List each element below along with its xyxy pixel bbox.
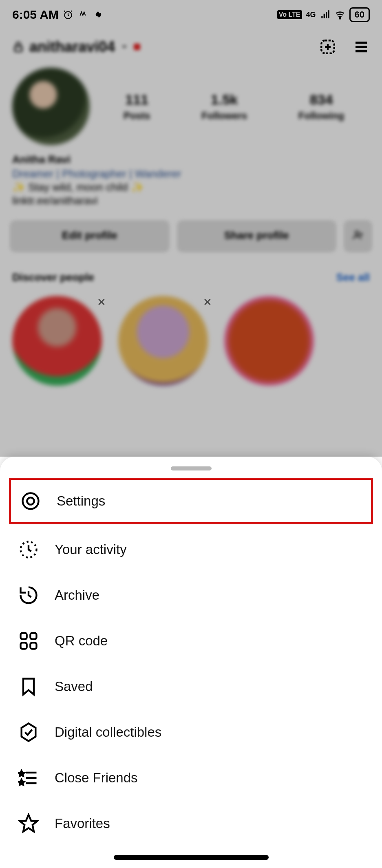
list-star-icon (18, 767, 39, 788)
bookmark-icon (18, 676, 39, 697)
username-dropdown[interactable]: anitharavi04 (12, 38, 140, 55)
followers-stat[interactable]: 1.5k Followers (201, 92, 247, 121)
svg-rect-2 (15, 46, 22, 52)
archive-icon (18, 585, 39, 606)
alarm-icon (63, 9, 73, 20)
following-stat[interactable]: 834 Following (298, 92, 344, 121)
discover-people-button[interactable] (344, 220, 372, 252)
settings-icon (20, 490, 41, 512)
discover-card[interactable]: ✕ (12, 296, 102, 386)
see-all-link[interactable]: See all (336, 271, 370, 284)
bottom-sheet-menu: Settings Your activity Archive QR code S… (0, 457, 382, 868)
close-icon[interactable]: ✕ (97, 296, 106, 309)
discover-avatar (12, 296, 102, 386)
menu-label: QR code (55, 633, 108, 649)
posts-stat[interactable]: 111 Posts (124, 92, 150, 121)
svg-rect-11 (30, 643, 36, 649)
menu-close-friends[interactable]: Close Friends (0, 755, 382, 801)
menu-qr-code[interactable]: QR code (0, 618, 382, 664)
svg-rect-8 (21, 633, 27, 639)
profile-backdrop: 6:05 AM Vo LTE 4G 60 anitharavi04 (0, 0, 382, 457)
profile-header: anitharavi04 (0, 22, 382, 60)
discover-title: Discover people (12, 271, 94, 284)
svg-point-4 (355, 231, 359, 235)
notification-dot (134, 44, 140, 50)
discover-card[interactable]: ✕ (118, 296, 208, 386)
settings-gear-icon (92, 9, 103, 20)
profile-stats-row: 111 Posts 1.5k Followers 834 Following (0, 60, 382, 153)
battery-level: 60 (349, 7, 370, 22)
volte-badge: Vo LTE (277, 10, 302, 19)
lock-icon (12, 41, 24, 53)
menu-settings[interactable]: Settings (9, 478, 373, 524)
svg-rect-9 (30, 633, 36, 639)
share-profile-button[interactable]: Share profile (177, 220, 337, 252)
activity-icon (18, 539, 39, 560)
menu-label: Saved (55, 679, 93, 694)
wifi-icon (335, 9, 345, 20)
discover-avatar (224, 296, 314, 386)
sheet-drag-handle[interactable] (171, 466, 212, 470)
svg-point-1 (339, 18, 340, 19)
status-time: 6:05 AM (12, 8, 59, 22)
menu-your-activity[interactable]: Your activity (0, 527, 382, 572)
star-icon (18, 813, 39, 834)
hamburger-menu-icon[interactable] (353, 38, 370, 55)
create-post-icon[interactable] (319, 38, 336, 55)
signal-icon (320, 9, 331, 20)
chevron-down-icon (120, 42, 129, 51)
menu-label: Settings (57, 493, 105, 509)
menu-archive[interactable]: Archive (0, 572, 382, 618)
profile-button-row: Edit profile Share profile (0, 208, 382, 256)
menu-label: Your activity (55, 542, 127, 557)
avatar[interactable] (12, 68, 90, 145)
home-indicator[interactable] (114, 855, 269, 860)
svg-point-6 (27, 497, 34, 504)
menu-label: Close Friends (55, 770, 138, 786)
discover-avatar (118, 296, 208, 386)
svg-point-5 (23, 493, 39, 509)
menu-label: Favorites (55, 816, 110, 831)
qr-code-icon (18, 630, 39, 652)
username-text: anitharavi04 (29, 38, 115, 55)
status-bar: 6:05 AM Vo LTE 4G 60 (0, 0, 382, 22)
discover-header: Discover people See all (0, 256, 382, 288)
discover-card[interactable] (224, 296, 257, 386)
discover-carousel[interactable]: ✕ ✕ (0, 288, 382, 394)
network-type: 4G (306, 11, 316, 19)
weather-icon (77, 9, 88, 20)
hexagon-check-icon (18, 722, 39, 743)
svg-rect-10 (21, 643, 27, 649)
add-person-icon (352, 229, 364, 241)
menu-digital-collectibles[interactable]: Digital collectibles (0, 709, 382, 755)
profile-bio: Anitha Ravi Dreamer | Photographer | Wan… (0, 153, 382, 207)
close-icon[interactable]: ✕ (203, 296, 212, 309)
menu-favorites[interactable]: Favorites (0, 801, 382, 846)
edit-profile-button[interactable]: Edit profile (10, 220, 170, 252)
menu-label: Archive (55, 588, 99, 603)
menu-saved[interactable]: Saved (0, 664, 382, 709)
menu-label: Digital collectibles (55, 724, 161, 740)
